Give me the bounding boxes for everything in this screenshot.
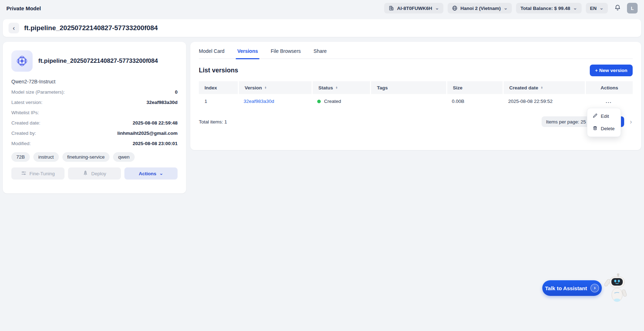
tab-versions[interactable]: Versions — [237, 48, 258, 59]
sort-icon[interactable]: ▲▼ — [264, 86, 267, 89]
list-versions-title: List versions — [199, 67, 238, 74]
property-row: Model size (Parameters): 0 — [11, 89, 178, 95]
balance-selector[interactable]: Total Balance: $ 99.48 ⌄ — [516, 3, 581, 13]
org-selector-label: AI-8T0FUWK6H — [397, 6, 432, 11]
breadcrumb-title: ft.pipeline_20250722140827-57733200f084 — [24, 24, 158, 32]
cell-created-date: 2025-08-08 22:59:52 — [503, 94, 585, 109]
property-label: Whitelist IPs: — [11, 110, 39, 115]
sort-icon[interactable]: ▲▼ — [336, 86, 338, 89]
property-value: 32eaf983a30d — [146, 100, 178, 105]
header-index: Index — [199, 81, 238, 94]
property-label: Latest version: — [11, 100, 43, 105]
tab-model-card[interactable]: Model Card — [199, 48, 224, 59]
cell-index: 1 — [199, 94, 238, 109]
topbar: Private Model AI-8T0FUWK6H ⌄ Hanoi — [0, 0, 644, 16]
globe-icon — [452, 5, 458, 11]
fine-tuning-button[interactable]: Fine-Tuning — [11, 167, 65, 180]
property-value: linhmaiht2025@gmail.com — [117, 131, 178, 136]
pencil-icon — [593, 113, 598, 119]
avatar[interactable]: L — [627, 3, 638, 13]
avatar-initial: L — [631, 6, 634, 11]
list-versions-header: List versions + New version — [199, 65, 633, 76]
region-selector-label: Hanoi 2 (Vietnam) — [460, 6, 501, 11]
property-value: 0 — [175, 89, 178, 95]
base-model-name: Qwen2-72B-Instruct — [11, 79, 178, 84]
talk-to-assistant-label: Talk to Assistant — [545, 285, 587, 291]
actions-label: Actions — [139, 171, 157, 176]
menu-item-delete[interactable]: Delete — [587, 122, 621, 135]
balance-label: Total Balance: $ — [520, 6, 557, 11]
sliders-icon — [21, 170, 27, 177]
chevron-down-icon: ⌄ — [573, 5, 577, 10]
tag-chip: qwen — [113, 152, 134, 162]
menu-item-delete-label: Delete — [601, 126, 615, 131]
status-dot-icon — [317, 100, 321, 103]
chevron-down-icon: ⌄ — [504, 5, 508, 10]
org-selector[interactable]: AI-8T0FUWK6H ⌄ — [384, 3, 443, 13]
status-label: Created — [324, 99, 341, 104]
table-header-row: Index Version ▲▼ Status ▲▼ — [199, 81, 633, 94]
model-tags: 72B instruct finetuning-service qwen — [11, 152, 178, 162]
rocket-icon — [83, 170, 88, 177]
tag-chip: instruct — [33, 152, 59, 162]
talk-to-assistant-button[interactable]: Talk to Assistant › — [542, 280, 602, 296]
model-chip-icon — [11, 50, 33, 72]
chevron-down-icon: ⌄ — [435, 5, 439, 10]
topbar-right: AI-8T0FUWK6H ⌄ Hanoi 2 (Vietnam) ⌄ Total… — [384, 3, 638, 13]
tab-bar: Model Card Versions File Browsers Share — [199, 48, 633, 59]
property-label: Modified: — [11, 141, 31, 146]
model-name: ft.pipeline_20250722140827-57733200f084 — [38, 57, 158, 65]
breadcrumb: ‹ ft.pipeline_20250722140827-57733200f08… — [3, 19, 641, 37]
row-actions-button[interactable]: ... — [606, 99, 612, 104]
menu-item-edit[interactable]: Edit — [587, 110, 621, 122]
bell-icon — [614, 4, 621, 12]
model-detail-panel: Model Card Versions File Browsers Share … — [190, 42, 641, 150]
property-label: Created date: — [11, 120, 40, 126]
status-badge: Created — [317, 99, 364, 104]
property-row: Created by: linhmaiht2025@gmail.com — [11, 131, 178, 136]
tab-share[interactable]: Share — [314, 48, 327, 59]
page-title: Private Model — [6, 5, 41, 11]
header-created-date[interactable]: Created date ▲▼ — [503, 81, 585, 94]
items-per-page-label: Items per page: 25 — [546, 119, 586, 125]
deploy-label: Deploy — [91, 171, 106, 176]
sort-icon[interactable]: ▲▼ — [541, 86, 543, 89]
notifications-button[interactable] — [612, 3, 623, 13]
property-label: Created by: — [11, 131, 36, 136]
cell-tags — [370, 94, 446, 109]
header-version[interactable]: Version ▲▼ — [238, 81, 312, 94]
model-card-buttons: Fine-Tuning Deploy Actions ⌄ — [11, 167, 178, 180]
chevron-left-icon: ‹ — [13, 24, 15, 32]
language-selector[interactable]: EN ⌄ — [586, 3, 608, 13]
next-page-button[interactable]: › — [629, 118, 633, 126]
deploy-button[interactable]: Deploy — [68, 167, 121, 180]
assistant-robot-mascot[interactable] — [602, 272, 632, 306]
property-row: Latest version: 32eaf983a30d — [11, 100, 178, 105]
model-summary-card: ft.pipeline_20250722140827-57733200f084 … — [3, 42, 186, 193]
cell-size: 0.00B — [446, 94, 503, 109]
tag-chip: 72B — [11, 152, 30, 162]
versions-table: Index Version ▲▼ Status ▲▼ — [199, 81, 633, 109]
row-actions-menu: Edit Delete — [587, 108, 621, 137]
new-version-button[interactable]: + New version — [590, 65, 633, 76]
header-tags: Tags — [370, 81, 446, 94]
back-button[interactable]: ‹ — [9, 23, 19, 33]
header-actions: Actions — [585, 81, 633, 94]
actions-button[interactable]: Actions ⌄ — [124, 167, 178, 180]
tab-file-browsers[interactable]: File Browsers — [271, 48, 301, 59]
property-row: Whitelist IPs: — [11, 110, 178, 115]
chevron-down-icon: ⌄ — [599, 5, 604, 10]
model-card-header: ft.pipeline_20250722140827-57733200f084 — [11, 50, 178, 72]
property-row: Modified: 2025-08-08 23:00:01 — [11, 141, 178, 146]
property-row: Created date: 2025-08-08 22:59:48 — [11, 120, 178, 126]
balance-value: 99.48 — [558, 6, 570, 11]
chevron-down-icon: ⌄ — [159, 170, 163, 176]
version-link[interactable]: 32eaf983a30d — [243, 99, 274, 104]
menu-item-edit-label: Edit — [601, 114, 609, 119]
organization-icon — [388, 5, 394, 11]
trash-icon — [593, 126, 598, 132]
property-value: 2025-08-08 22:59:48 — [133, 120, 178, 126]
region-selector[interactable]: Hanoi 2 (Vietnam) ⌄ — [448, 3, 512, 13]
header-status[interactable]: Status ▲▼ — [312, 81, 370, 94]
language-selector-label: EN — [590, 6, 597, 11]
